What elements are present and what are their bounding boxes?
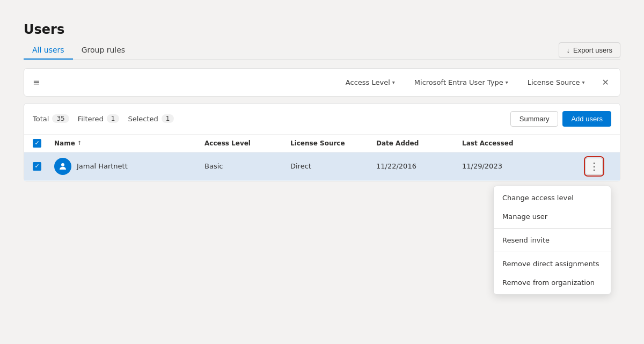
- col-header-last-accessed: Last Accessed: [462, 139, 586, 148]
- selected-stat: Selected 1: [128, 114, 174, 123]
- context-menu: Change access level Manage user Resend i…: [493, 186, 611, 295]
- more-options-button[interactable]: ⋮: [586, 158, 603, 175]
- page-title: Users: [24, 22, 620, 37]
- total-stat: Total 35: [33, 114, 69, 123]
- filter-icon[interactable]: ≡: [33, 77, 40, 87]
- remove-direct-assignments-item[interactable]: Remove direct assignments: [494, 254, 611, 273]
- filter-bar: ≡ Access Level ▾ Microsoft Entra User Ty…: [24, 68, 620, 97]
- avatar: [54, 158, 71, 175]
- table-row: ✓ Jamal Hartnett Basic Direct 11/22/2016…: [24, 152, 620, 181]
- date-added-cell: 11/22/2016: [376, 162, 462, 170]
- context-menu-divider-1: [494, 228, 611, 229]
- summary-button[interactable]: Summary: [510, 111, 559, 127]
- sort-arrow-icon: ↑: [77, 140, 82, 146]
- context-menu-divider-2: [494, 252, 611, 252]
- stats-row: Total 35 Filtered 1 Selected 1: [33, 114, 174, 123]
- header-actions: Summary Add users: [510, 111, 611, 127]
- filtered-badge: 1: [107, 114, 120, 123]
- manage-user-item[interactable]: Manage user: [494, 207, 611, 226]
- col-header-name[interactable]: Name ↑: [54, 139, 204, 148]
- license-source-dropdown[interactable]: License Source ▾: [523, 76, 589, 89]
- export-icon: ↓: [567, 46, 570, 54]
- resend-invite-item[interactable]: Resend invite: [494, 231, 611, 250]
- chevron-down-icon: ▾: [392, 79, 395, 85]
- page-container: Users All users Group rules ↓ Export use…: [11, 11, 633, 333]
- col-header-access-level: Access Level: [204, 139, 290, 148]
- remove-from-organization-item[interactable]: Remove from organization: [494, 273, 611, 292]
- access-level-cell: Basic: [204, 162, 290, 170]
- close-filter-icon[interactable]: ✕: [600, 75, 611, 90]
- user-cell: Jamal Hartnett: [54, 158, 204, 175]
- access-level-dropdown[interactable]: Access Level ▾: [341, 76, 399, 89]
- last-accessed-cell: 11/29/2023: [462, 162, 586, 170]
- col-header-checkbox: ✓: [33, 139, 54, 148]
- add-users-button[interactable]: Add users: [562, 111, 611, 127]
- tab-all-users[interactable]: All users: [24, 41, 73, 60]
- export-users-button[interactable]: ↓ Export users: [559, 42, 620, 58]
- col-header-date-added: Date Added: [376, 139, 462, 148]
- tabs: All users Group rules: [24, 41, 134, 59]
- row-checkbox[interactable]: ✓: [33, 162, 54, 171]
- selected-badge: 1: [162, 114, 174, 123]
- tab-group-rules[interactable]: Group rules: [73, 41, 134, 60]
- col-header-license-source: License Source: [290, 139, 376, 148]
- tabs-row: All users Group rules ↓ Export users: [24, 41, 620, 60]
- row-actions: ⋮ Change access level Manage user Resend…: [586, 158, 611, 175]
- chevron-down-icon: ▾: [582, 79, 585, 85]
- svg-point-0: [61, 163, 64, 166]
- col-header-actions: [586, 139, 611, 148]
- chevron-down-icon: ▾: [506, 79, 508, 85]
- table-header: ✓ Name ↑ Access Level License Source Dat…: [24, 135, 620, 152]
- select-all-checkbox[interactable]: ✓: [33, 139, 41, 148]
- main-panel: Total 35 Filtered 1 Selected 1 Summary A…: [24, 103, 620, 181]
- user-name: Jamal Hartnett: [77, 162, 128, 170]
- filtered-stat: Filtered 1: [78, 114, 120, 123]
- entra-user-type-dropdown[interactable]: Microsoft Entra User Type ▾: [410, 76, 513, 89]
- license-source-cell: Direct: [290, 162, 376, 170]
- change-access-level-item[interactable]: Change access level: [494, 188, 611, 207]
- panel-header: Total 35 Filtered 1 Selected 1 Summary A…: [24, 104, 620, 135]
- total-badge: 35: [52, 114, 69, 123]
